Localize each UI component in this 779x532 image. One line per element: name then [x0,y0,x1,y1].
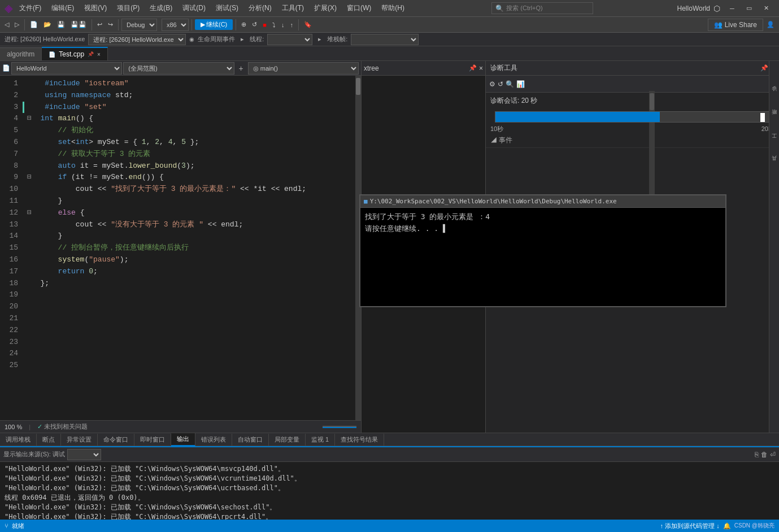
menu-extensions[interactable]: 扩展(X) [311,2,340,14]
copy-button[interactable]: ⎘ [755,451,759,459]
menu-file[interactable]: 文件(F) [16,2,45,14]
stackframe-dropdown[interactable] [351,34,419,45]
bell-icon[interactable]: 🔔 [723,522,731,530]
menu-test[interactable]: 测试(S) [212,2,242,14]
output-line-6: "HelloWorld.exe" (Win32): 已加载 "C:\Window… [5,512,774,520]
right-strip-text4: 具 [771,164,778,165]
output-line-1: "HelloWorld.exe" (Win32): 已加载 "C:\Window… [5,464,774,474]
tab-algorithm[interactable]: algorithm [0,47,42,60]
vs-logo: ◈ [5,2,12,15]
btab-output[interactable]: 输出 [171,433,195,446]
btab-errors[interactable]: 错误列表 [195,434,232,446]
code-content[interactable]: #include "iostream" using namespace std;… [23,76,361,420]
statusbar: ⑂ 就绪 ↑ 添加到源代码管理 ↓ 🔔 CSDN @韩骁亮 [0,520,779,532]
redo-button[interactable]: ↪ [106,20,115,29]
close-button[interactable]: ✕ [758,0,774,17]
debug-config-dropdown[interactable]: Debug [121,19,157,31]
diagnostics-session: 诊断会话: 20 秒 [486,93,779,109]
zoom-bar: 100 % | ✓ 未找到相关问题 [0,420,361,433]
stop-button[interactable]: ■ [260,20,269,29]
wrap-button[interactable]: ⏎ [770,451,776,459]
liveshare-icon: 👥 [714,21,723,29]
btab-watch1[interactable]: 监视 1 [306,434,335,446]
btab-breakpoints[interactable]: 断点 [37,434,61,446]
btab-callstack[interactable]: 调用堆栈 [0,434,37,446]
search-icon: 🔍 [495,5,504,12]
diag-refresh-icon[interactable]: ↺ [498,80,503,88]
add-scroll-button[interactable]: + [239,64,243,73]
menu-edit[interactable]: 编辑(E) [48,2,77,14]
menu-debug[interactable]: 调试(D) [179,2,209,14]
forward-button[interactable]: ▷ [12,20,21,29]
diag-pin-icon[interactable]: 📌 [760,64,768,72]
zoom-level[interactable]: 100 % [5,424,22,430]
open-button[interactable]: 📂 [41,20,54,29]
step-over-button[interactable]: ⤵ [270,20,278,29]
thread-dropdown[interactable] [267,34,312,45]
diag-chart-icon[interactable]: 📊 [516,80,525,88]
lifecycle-label: 生命周期事件 [198,35,235,43]
btab-immediate[interactable]: 即时窗口 [134,434,171,446]
pin-icon[interactable]: 📌 [88,51,94,57]
xtree-close-icon[interactable]: × [479,64,483,72]
tab-test-cpp[interactable]: 📄 Test.cpp 📌 × [42,47,108,60]
platform-dropdown[interactable]: x86 [162,19,189,31]
menu-analyze[interactable]: 分析(N) [245,2,275,14]
new-file-button[interactable]: 📄 [28,20,40,29]
console-line-1: 找到了大于等于 3 的最小元素是 ：4 [365,211,721,223]
console-line-2: 请按任意键继续. . . ▌ [365,223,721,235]
git-source-label[interactable]: ↑ 添加到源代码管理 ↓ [660,522,720,530]
console-body: 找到了大于等于 3 的最小元素是 ：4 请按任意键继续. . . ▌ [360,208,725,238]
btab-command[interactable]: 命令窗口 [98,434,134,446]
continue-button[interactable]: ▶ 继续(C) [195,19,233,30]
output-line-4: 线程 0x6094 已退出，返回值为 0 (0x0)。 [5,493,774,503]
tab-close-icon[interactable]: × [97,51,101,58]
xtree-tabs: xtree 📌 × [362,61,485,76]
btab-find-symbol[interactable]: 查找符号结果 [335,434,384,446]
attach-button[interactable]: ⊕ [239,20,249,29]
console-title: ■ Y:\002_WorkSpace\002_VS\HelloWorld\Hel… [360,195,725,208]
output-source-label: 显示输出来源(S): 调试 [3,450,65,459]
editor-nav: 📄 HelloWorld (全局范围) + ◎ main() [0,61,361,76]
save-all-button[interactable]: 💾💾 [68,20,89,29]
diag-search-icon[interactable]: 🔍 [506,80,514,88]
menu-project[interactable]: 项目(P) [114,2,143,14]
undo-button[interactable]: ↩ [95,20,105,29]
menu-view[interactable]: 视图(V) [81,2,110,14]
diag-settings-icon[interactable]: ⚙ [489,80,495,88]
menu-build[interactable]: 生成(B) [146,2,176,14]
output-line-2: "HelloWorld.exe" (Win32): 已加载 "C:\Window… [5,474,774,483]
process-bar: 进程: [26260] HelloWorld.exe 进程: [26260] H… [0,33,779,46]
app-icon: ⬡ [713,4,720,13]
step-into-button[interactable]: ↓ [279,20,287,29]
btab-exceptions[interactable]: 异常设置 [61,434,98,446]
scope-dropdown[interactable]: HelloWorld [11,62,122,75]
account-icon[interactable]: 👤 [764,20,777,29]
btab-locals[interactable]: 局部变量 [269,434,306,446]
output-line-5: "HelloWorld.exe" (Win32): 已加载 "C:\Window… [5,503,774,512]
right-strip-text3: 工 [771,141,778,142]
liveshare-button[interactable]: 👥 Live Share [708,19,763,31]
process-dropdown[interactable]: 进程: [26260] HelloWorld.exe [88,34,186,45]
file-icon: 📄 [49,51,55,58]
minimize-button[interactable]: ─ [724,0,741,17]
menu-help[interactable]: 帮助(H) [378,2,408,14]
step-out-button[interactable]: ↑ [288,20,295,29]
xtree-pin-icon[interactable]: 📌 [469,64,477,72]
back-button[interactable]: ◁ [2,20,11,29]
output-toolbar: 显示输出来源(S): 调试 ⎘ 🗑 ⏎ [0,447,779,462]
clear-button[interactable]: 🗑 [761,451,768,459]
bookmark-button[interactable]: 🔖 [302,20,314,29]
scope-range-dropdown[interactable]: (全局范围) [123,62,234,75]
restart-button[interactable]: ↺ [250,20,259,29]
app-title: HelloWorld [677,5,710,12]
save-button[interactable]: 💾 [55,20,67,29]
btab-auto[interactable]: 自动窗口 [232,434,269,446]
diagnostics-header: 诊断工具 📌 × [486,61,779,76]
function-dropdown[interactable]: ◎ main() [248,62,359,75]
menu-window[interactable]: 窗口(W) [343,2,375,14]
code-editor[interactable]: 1234 5678 9101112 13141516 17181920 2122… [0,76,361,420]
output-source-dropdown[interactable] [67,449,101,460]
menu-tools[interactable]: 工具(T) [278,2,307,14]
restore-button[interactable]: ▭ [741,0,758,17]
